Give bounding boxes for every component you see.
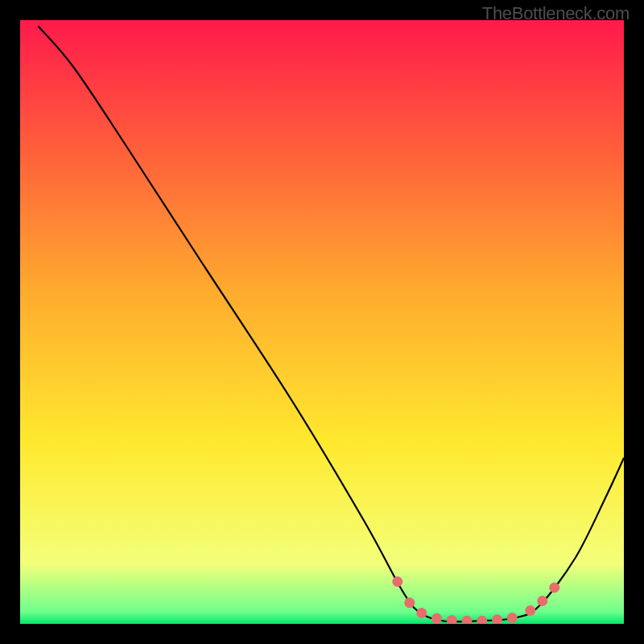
plot-area [20,20,624,624]
gradient-background [20,20,624,624]
watermark-text: TheBottleneck.com [482,3,630,24]
curve-marker [404,597,415,608]
chart-frame: TheBottleneck.com [0,0,644,644]
curve-marker [537,596,547,606]
curve-marker [392,576,402,587]
bottleneck-chart [20,20,624,624]
curve-marker [525,605,535,616]
curve-marker [507,613,518,623]
curve-marker [416,608,427,618]
curve-marker [431,613,442,624]
curve-marker [549,583,559,593]
